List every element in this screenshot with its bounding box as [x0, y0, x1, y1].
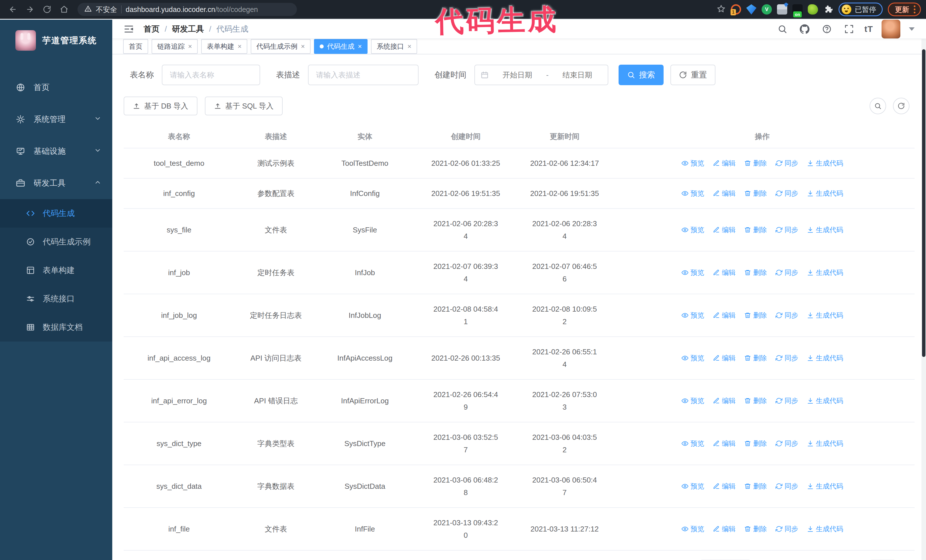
extension-icon-gem[interactable]: [746, 4, 757, 15]
tag-system-api[interactable]: 系统接口×: [371, 39, 417, 54]
close-icon[interactable]: ×: [301, 43, 305, 50]
avatar[interactable]: [882, 20, 900, 38]
close-icon[interactable]: ×: [358, 43, 362, 50]
table-desc-input[interactable]: [308, 65, 419, 85]
action-预览[interactable]: 预览: [682, 480, 704, 492]
toggle-search-button[interactable]: [870, 98, 886, 114]
breadcrumb-home[interactable]: 首页: [144, 24, 160, 35]
address-bar[interactable]: 不安全 dashboard.yudao.iocoder.cn/tool/code…: [77, 3, 297, 16]
action-生成代码[interactable]: 生成代码: [807, 223, 843, 236]
action-生成代码[interactable]: 生成代码: [807, 266, 843, 279]
search-icon[interactable]: [776, 22, 789, 36]
action-同步[interactable]: 同步: [776, 187, 798, 200]
sidebar-item-system[interactable]: 系统管理: [0, 103, 112, 135]
search-button[interactable]: 搜索: [619, 65, 664, 85]
sidebar-item-infra[interactable]: 基础设施: [0, 135, 112, 167]
action-编辑[interactable]: 编辑: [713, 223, 736, 236]
action-生成代码[interactable]: 生成代码: [807, 523, 843, 535]
action-生成代码[interactable]: 生成代码: [807, 157, 843, 169]
action-删除[interactable]: 删除: [744, 480, 767, 492]
action-删除[interactable]: 删除: [744, 437, 767, 450]
action-同步[interactable]: 同步: [776, 352, 798, 364]
breadcrumb-devtools[interactable]: 研发工具: [172, 24, 204, 35]
action-生成代码[interactable]: 生成代码: [807, 352, 843, 364]
action-生成代码[interactable]: 生成代码: [807, 309, 843, 322]
action-删除[interactable]: 删除: [744, 523, 767, 535]
reset-button[interactable]: 重置: [670, 65, 716, 85]
end-date-input[interactable]: [552, 71, 602, 80]
help-icon[interactable]: [820, 22, 834, 36]
logo-block[interactable]: 芋道管理系统: [0, 20, 112, 61]
action-编辑[interactable]: 编辑: [713, 437, 736, 450]
action-同步[interactable]: 同步: [776, 480, 798, 492]
action-预览[interactable]: 预览: [682, 352, 704, 364]
sidebar-item-codegen-example[interactable]: 代码生成示例: [0, 228, 112, 256]
close-icon[interactable]: ×: [407, 43, 412, 50]
sidebar-collapse-icon[interactable]: [124, 24, 134, 34]
table-name-input[interactable]: [162, 65, 260, 85]
kebab-menu-icon[interactable]: [914, 5, 915, 14]
tag-codegen-example[interactable]: 代码生成示例×: [251, 39, 310, 54]
sidebar-item-form-builder[interactable]: 表单构建: [0, 256, 112, 285]
sidebar-item-codegen[interactable]: 代码生成: [0, 199, 112, 228]
action-同步[interactable]: 同步: [776, 223, 798, 236]
action-生成代码[interactable]: 生成代码: [807, 437, 843, 450]
tag-codegen[interactable]: 代码生成×: [314, 39, 368, 54]
close-icon[interactable]: ×: [188, 43, 192, 50]
reload-icon[interactable]: [39, 2, 55, 17]
action-删除[interactable]: 删除: [744, 309, 767, 322]
action-预览[interactable]: 预览: [682, 223, 704, 236]
tag-trace[interactable]: 链路追踪×: [151, 39, 198, 54]
date-range-picker[interactable]: -: [474, 65, 608, 85]
close-icon[interactable]: ×: [238, 43, 242, 50]
sidebar-item-home[interactable]: 首页: [0, 71, 112, 103]
security-label[interactable]: 不安全: [96, 5, 117, 14]
action-编辑[interactable]: 编辑: [713, 309, 736, 322]
action-生成代码[interactable]: 生成代码: [807, 187, 843, 200]
action-删除[interactable]: 删除: [744, 157, 767, 169]
action-预览[interactable]: 预览: [682, 309, 704, 322]
scrollbar-thumb[interactable]: [922, 49, 925, 357]
fullscreen-icon[interactable]: [842, 22, 856, 36]
github-icon[interactable]: [798, 22, 811, 36]
page-scrollbar[interactable]: [921, 20, 926, 560]
sidebar-item-devtools[interactable]: 研发工具: [0, 167, 112, 199]
back-icon[interactable]: [5, 2, 21, 17]
refresh-table-button[interactable]: [893, 98, 909, 114]
extensions-puzzle-icon[interactable]: [823, 4, 834, 15]
forward-icon[interactable]: [22, 2, 38, 17]
action-同步[interactable]: 同步: [776, 266, 798, 279]
action-预览[interactable]: 预览: [682, 266, 704, 279]
extension-icon-grid[interactable]: [777, 4, 787, 15]
action-预览[interactable]: 预览: [682, 437, 704, 450]
import-db-button[interactable]: 基于 DB 导入: [124, 97, 197, 115]
action-同步[interactable]: 同步: [776, 437, 798, 450]
extension-icon-dark[interactable]: on: [792, 4, 803, 15]
extension-icon-plant[interactable]: [808, 4, 818, 15]
action-删除[interactable]: 删除: [744, 266, 767, 279]
action-预览[interactable]: 预览: [682, 187, 704, 200]
action-编辑[interactable]: 编辑: [713, 523, 736, 535]
action-生成代码[interactable]: 生成代码: [807, 480, 843, 492]
action-编辑[interactable]: 编辑: [713, 157, 736, 169]
font-size-icon[interactable]: tT: [864, 24, 873, 34]
action-删除[interactable]: 删除: [744, 394, 767, 407]
action-预览[interactable]: 预览: [682, 157, 704, 169]
action-同步[interactable]: 同步: [776, 523, 798, 535]
action-删除[interactable]: 删除: [744, 352, 767, 364]
action-同步[interactable]: 同步: [776, 157, 798, 169]
action-生成代码[interactable]: 生成代码: [807, 394, 843, 407]
extension-icon-green-check[interactable]: V: [762, 4, 772, 15]
browser-update-button[interactable]: 更新: [888, 3, 921, 16]
action-预览[interactable]: 预览: [682, 523, 704, 535]
sidebar-item-db-doc[interactable]: 数据库文档: [0, 313, 112, 341]
action-同步[interactable]: 同步: [776, 394, 798, 407]
tag-home[interactable]: 首页: [123, 39, 148, 54]
action-编辑[interactable]: 编辑: [713, 352, 736, 364]
action-编辑[interactable]: 编辑: [713, 480, 736, 492]
home-icon[interactable]: [56, 2, 72, 17]
action-删除[interactable]: 删除: [744, 223, 767, 236]
action-同步[interactable]: 同步: [776, 309, 798, 322]
import-sql-button[interactable]: 基于 SQL 导入: [205, 97, 283, 115]
extension-icon-orange[interactable]: 1: [731, 4, 741, 15]
